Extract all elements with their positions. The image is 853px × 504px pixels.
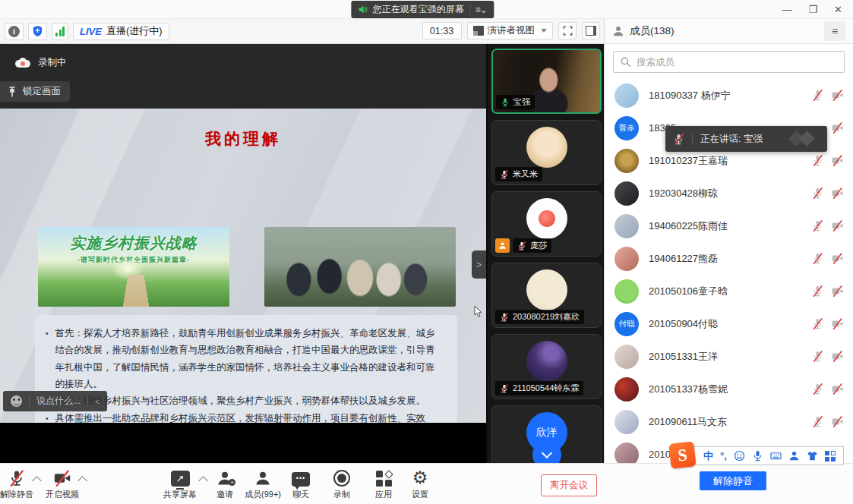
view-mode-selector[interactable]: 演讲者视图 xyxy=(467,22,554,39)
avatar xyxy=(614,149,639,173)
pin-icon xyxy=(8,87,17,97)
meeting-info-button[interactable]: i xyxy=(5,23,24,40)
skin-icon[interactable] xyxy=(807,450,818,461)
mic-muted-icon xyxy=(812,220,823,232)
settings-label: 设置 xyxy=(412,489,428,500)
participant-name: 211050544钟东霖 xyxy=(513,383,579,394)
avatar xyxy=(614,83,639,108)
minimize-button[interactable]: — xyxy=(782,5,791,14)
avatar xyxy=(614,181,639,206)
meeting-app-window: { "titlebar": { "watching": "您正在观看宝强的屏幕"… xyxy=(0,0,853,504)
members-icon xyxy=(612,25,624,37)
lock-view-label: 锁定画面 xyxy=(23,85,61,98)
gear-icon: ⚙ xyxy=(412,469,428,487)
search-icon xyxy=(620,56,631,68)
mic-muted-icon xyxy=(500,384,509,393)
live-badge: LIVE xyxy=(80,26,102,37)
member-row[interactable]: 194061227熊磊 xyxy=(605,242,853,275)
member-row[interactable]: 194060225陈雨佳 xyxy=(605,209,853,242)
mouse-cursor xyxy=(474,305,482,317)
member-row[interactable]: 192030428柳琼 xyxy=(605,177,853,209)
chat-prompt[interactable]: 说点什么... xyxy=(36,395,81,408)
member-row[interactable]: 付聪 201050904付聪 xyxy=(605,307,853,340)
meeting-topbar: i LIVE 直播(进行中) 01:33 演讲者视图 xyxy=(0,19,604,44)
list-menu-icon[interactable]: ≡⌄ xyxy=(475,5,487,15)
toggle-panel-button[interactable] xyxy=(582,22,600,39)
video-thumbnails-column: 宝强 米又米 庞莎 203080219刘嘉欣 211050544钟东霖 欣洋 xyxy=(486,44,604,463)
mic-muted-icon xyxy=(500,313,509,322)
unmute-button-blue[interactable]: 解除静音 xyxy=(700,471,766,490)
member-row[interactable]: 181090337 杨伊宁 xyxy=(605,79,853,112)
emoji-icon[interactable] xyxy=(11,395,22,407)
members-icon xyxy=(254,470,271,487)
mic-muted-icon xyxy=(812,285,823,297)
divider xyxy=(692,134,693,144)
shield-icon xyxy=(32,25,43,37)
mic-muted-icon xyxy=(500,170,509,179)
video-tile[interactable]: 203080219刘嘉欣 xyxy=(491,263,602,328)
scroll-more-participants-button[interactable] xyxy=(532,440,561,463)
tomato-avatar-icon xyxy=(539,210,555,227)
camera-off-icon xyxy=(832,220,843,232)
share-screen-icon xyxy=(171,471,190,487)
member-row[interactable]: 201050106童子晗 xyxy=(605,275,853,307)
members-options-button[interactable]: ≡ xyxy=(824,21,845,41)
cloud-record-icon xyxy=(15,58,30,68)
mic-muted-icon xyxy=(812,253,823,264)
speaking-toast-text: 正在讲话: 宝强 xyxy=(700,133,763,146)
divider xyxy=(469,5,470,14)
chat-label: 聊天 xyxy=(292,489,309,500)
video-tile[interactable]: 庞莎 xyxy=(491,191,602,257)
quick-chat-bar[interactable]: 说点什么... < xyxy=(3,391,107,411)
toolbox-grid-icon[interactable] xyxy=(825,451,836,461)
mic-muted-icon xyxy=(812,90,823,101)
start-video-control[interactable]: 开启视频 xyxy=(38,468,87,500)
ime-lang-toggle[interactable]: 中 xyxy=(703,451,713,461)
info-icon: i xyxy=(8,26,20,37)
collapse-left-icon[interactable]: < xyxy=(95,397,100,406)
plus-icon: + xyxy=(229,479,235,486)
mic-muted-icon xyxy=(673,134,684,145)
camera-off-icon xyxy=(832,155,843,166)
settings-control[interactable]: ⚙ 设置 xyxy=(396,468,444,500)
camera-off-icon xyxy=(832,318,843,329)
ime-toolbar[interactable]: S 中 °, xyxy=(683,446,844,465)
camera-off-icon xyxy=(832,122,843,134)
close-button[interactable]: ✕ xyxy=(834,5,842,14)
members-count-label: 成员(138) xyxy=(630,24,675,38)
search-input[interactable] xyxy=(613,51,845,73)
layout-icon xyxy=(473,26,484,36)
member-row[interactable]: 201051331王洋 xyxy=(605,340,853,373)
restore-button[interactable]: ❐ xyxy=(808,5,817,14)
live-status-label: 直播(进行中) xyxy=(106,24,163,38)
avatar: 付聪 xyxy=(614,312,639,336)
handwriting-icon[interactable] xyxy=(788,450,800,461)
keyboard-icon[interactable] xyxy=(770,450,782,461)
emoji-icon[interactable] xyxy=(734,450,745,461)
member-row[interactable]: 201051337杨雪妮 xyxy=(605,373,853,405)
camera-off-icon xyxy=(832,187,843,199)
mic-muted-icon xyxy=(812,155,823,166)
camera-off-icon xyxy=(832,285,843,297)
collapse-thumbnails-handle[interactable]: > xyxy=(472,250,486,279)
network-status-button[interactable] xyxy=(52,23,68,40)
video-tile-baoqiang[interactable]: 宝强 xyxy=(491,49,602,114)
video-tile[interactable]: 欣洋 xyxy=(491,405,602,463)
share-screen-control[interactable]: 共享屏幕 xyxy=(156,468,204,500)
video-tile[interactable]: 211050544钟东霖 xyxy=(491,334,602,399)
leave-meeting-button[interactable]: 离开会议 xyxy=(541,474,597,496)
video-tile[interactable]: 米又米 xyxy=(491,120,602,185)
sogou-logo-icon[interactable]: S xyxy=(668,441,696,468)
participant-name: 米又米 xyxy=(513,169,538,180)
slide-image-rural-banner: 实施乡村振兴战略 -谱写新时代乡村全面振兴新篇章- xyxy=(38,227,229,307)
security-button[interactable] xyxy=(28,23,47,40)
view-mode-label: 演讲者视图 xyxy=(488,24,535,37)
chat-icon xyxy=(292,472,310,487)
ime-punctuation-toggle[interactable]: °, xyxy=(720,451,727,461)
lock-view-button[interactable]: 锁定画面 xyxy=(0,81,70,102)
mic-on-icon xyxy=(501,98,510,107)
voice-input-icon[interactable] xyxy=(752,450,763,461)
member-row[interactable]: 201090611马文东 xyxy=(605,405,853,438)
fullscreen-button[interactable] xyxy=(558,22,577,39)
live-status-box[interactable]: LIVE 直播(进行中) xyxy=(73,23,169,40)
